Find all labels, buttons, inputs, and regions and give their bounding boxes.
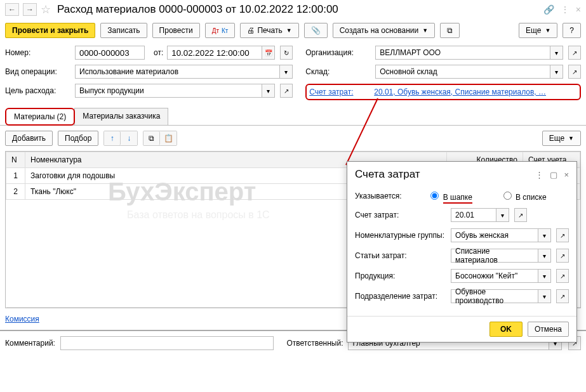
table-more-button[interactable]: Еще▼ (542, 131, 581, 146)
paste-icon[interactable]: 📋 (160, 131, 176, 145)
move-down-icon[interactable]: ↓ (121, 131, 137, 145)
help-button[interactable]: ? (563, 23, 581, 38)
warehouse-dropdown[interactable]: ▾ (550, 65, 563, 79)
warehouse-open[interactable]: ↗ (568, 65, 581, 79)
comment-label: Комментарий: (5, 339, 55, 348)
popup-max-icon[interactable]: ▢ (550, 170, 557, 180)
print-button[interactable]: 🖨Печать▼ (240, 23, 298, 38)
more-button[interactable]: Еще▼ (519, 23, 557, 38)
operation-dropdown[interactable]: ▾ (280, 65, 293, 79)
responsible-label: Ответственный: (286, 339, 343, 348)
add-row-button[interactable]: Добавить (5, 131, 53, 146)
popup-more-icon[interactable]: ⋮ (535, 170, 543, 180)
popup-account-open[interactable]: ↗ (514, 208, 527, 222)
window-title: Расход материалов 0000-000003 от 10.02.2… (57, 3, 540, 16)
cost-account-label[interactable]: Счет затрат: (309, 88, 370, 96)
attach-button[interactable]: 📎 (304, 23, 328, 38)
number-field[interactable] (75, 46, 145, 60)
refresh-icon[interactable]: ↻ (280, 46, 293, 60)
popup-account-field[interactable]: 20.01 (451, 208, 496, 222)
col-n[interactable]: N (6, 152, 25, 168)
purpose-field[interactable]: Выпуск продукции (75, 84, 262, 98)
popup-division-label: Подразделение затрат: (355, 292, 447, 301)
create-based-button[interactable]: Создать на основании▼ (333, 23, 435, 38)
popup-account-dropdown[interactable]: ▾ (496, 208, 509, 222)
operation-label: Вид операции: (5, 66, 71, 77)
copy-icon[interactable]: ⧉ (143, 131, 160, 145)
link-icon[interactable]: 🔗 (543, 4, 554, 15)
popup-division-dropdown[interactable]: ▾ (538, 289, 551, 303)
popup-division-open[interactable]: ↗ (556, 289, 569, 303)
calendar-icon[interactable]: 📅 (262, 46, 275, 60)
select-button[interactable]: Подбор (58, 131, 98, 146)
tab-customer-materials[interactable]: Материалы заказчика (74, 108, 168, 126)
popup-product-open[interactable]: ↗ (556, 269, 569, 283)
nav-fwd[interactable]: → (23, 3, 37, 16)
structure-icon: ⧉ (447, 26, 453, 35)
popup-close-icon[interactable]: × (564, 170, 569, 180)
commission-link[interactable]: Комиссия (5, 315, 39, 323)
dtku-button[interactable]: ДтКт (205, 23, 236, 38)
cost-account-row: Счет затрат: 20.01, Обувь женская, Списа… (305, 84, 581, 100)
purpose-open[interactable]: ↗ (280, 84, 293, 98)
popup-costitem-field[interactable]: Списание материалов (451, 249, 538, 263)
popup-title: Счета затрат (355, 168, 529, 181)
printer-icon: 🖨 (247, 26, 255, 35)
cost-accounts-popup: Счета затрат ⋮ ▢ × Указывается: В шапке … (347, 161, 577, 343)
close-icon[interactable]: × (576, 4, 581, 15)
radio-in-header[interactable]: В шапке (427, 190, 496, 202)
org-field[interactable]: ВЕЛЛМАРТ ООО (375, 46, 550, 60)
comment-field[interactable] (60, 336, 274, 350)
popup-division-field[interactable]: Обувное производство (451, 289, 538, 303)
post-and-close-button[interactable]: Провести и закрыть (5, 23, 95, 38)
popup-account-label: Счет затрат: (355, 211, 447, 219)
post-button[interactable]: Провести (152, 23, 200, 38)
specified-label: Указывается: (355, 192, 423, 200)
popup-costitem-open[interactable]: ↗ (556, 249, 569, 263)
warehouse-label: Склад: (305, 66, 371, 77)
purpose-dropdown[interactable]: ▾ (262, 84, 275, 98)
popup-nomgroup-dropdown[interactable]: ▾ (538, 228, 551, 242)
popup-product-field[interactable]: Босоножки "Кейт" (451, 269, 538, 283)
popup-nomgroup-label: Номенклатурные группы: (355, 231, 447, 240)
popup-cancel-button[interactable]: Отмена (528, 322, 569, 337)
star-icon[interactable]: ☆ (41, 3, 51, 16)
move-up-icon[interactable]: ↑ (104, 131, 121, 145)
date-field[interactable] (167, 46, 262, 60)
org-open[interactable]: ↗ (568, 46, 581, 60)
popup-nomgroup-open[interactable]: ↗ (556, 228, 569, 242)
number-label: Номер: (5, 47, 71, 58)
popup-costitem-label: Статьи затрат: (355, 251, 447, 260)
org-label: Организация: (305, 47, 371, 58)
nav-back[interactable]: ← (5, 3, 19, 16)
tab-materials[interactable]: Материалы (2) (5, 108, 75, 126)
warehouse-field[interactable]: Основной склад (375, 65, 550, 79)
operation-field[interactable]: Использование материалов (75, 65, 280, 79)
popup-nomgroup-field[interactable]: Обувь женская (451, 228, 538, 242)
org-dropdown[interactable]: ▾ (550, 46, 563, 60)
paperclip-icon: 📎 (311, 26, 321, 35)
structure-button[interactable]: ⧉ (440, 23, 460, 38)
more-title-icon[interactable]: ⋮ (561, 4, 569, 15)
popup-ok-button[interactable]: OK (489, 322, 523, 337)
popup-product-label: Продукция: (355, 271, 447, 280)
popup-costitem-dropdown[interactable]: ▾ (538, 249, 551, 263)
write-button[interactable]: Записать (100, 23, 147, 38)
purpose-label: Цель расхода: (5, 85, 71, 96)
radio-in-list[interactable]: В списке (500, 190, 569, 202)
popup-product-dropdown[interactable]: ▾ (538, 269, 551, 283)
cost-account-value[interactable]: 20.01, Обувь женская, Списание материало… (374, 88, 577, 96)
date-label: от: (154, 47, 163, 58)
